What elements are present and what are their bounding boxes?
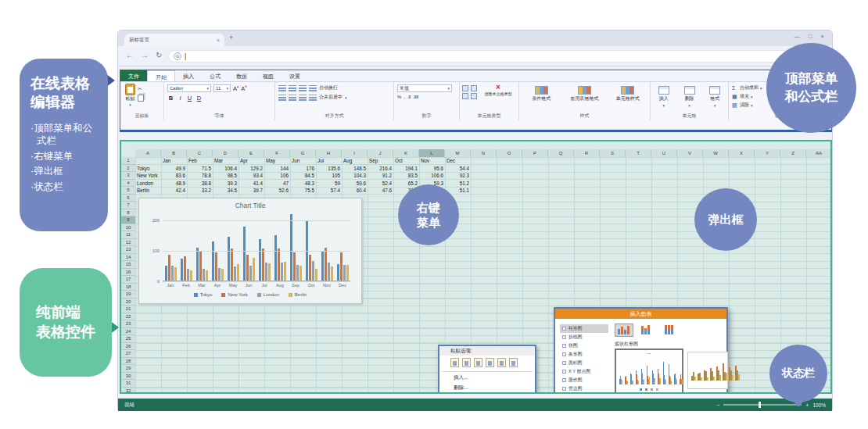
cell[interactable]: 216.4 bbox=[368, 165, 393, 173]
cell[interactable]: Aug bbox=[342, 157, 368, 165]
zoom-slider[interactable] bbox=[723, 404, 802, 406]
context-menu-item[interactable]: 清除内容 bbox=[439, 392, 535, 394]
column-header-O[interactable]: O bbox=[497, 149, 522, 157]
chart-type-item[interactable]: 折线图 bbox=[560, 333, 608, 341]
row-header-26[interactable]: 26 bbox=[121, 343, 135, 351]
cell[interactable]: 47 bbox=[264, 180, 290, 188]
cell[interactable]: Jul bbox=[316, 157, 342, 165]
ribbon-tab-数据[interactable]: 数据 bbox=[228, 70, 255, 81]
cell[interactable]: Dec bbox=[445, 157, 471, 165]
cell[interactable] bbox=[135, 157, 161, 165]
cell[interactable]: 194.1 bbox=[393, 165, 419, 173]
new-tab-button[interactable]: + bbox=[229, 34, 233, 41]
increase-decimal-button[interactable]: .0 bbox=[407, 95, 411, 99]
cut-icon[interactable]: ✂ bbox=[138, 86, 144, 92]
cell[interactable]: London bbox=[135, 180, 161, 188]
cell[interactable]: 91.2 bbox=[368, 172, 393, 180]
cell[interactable]: Berlin bbox=[135, 187, 161, 195]
maximize-icon[interactable]: □ bbox=[809, 33, 812, 40]
column-header-Y[interactable]: Y bbox=[755, 149, 780, 157]
font-size-select[interactable]: 11 ▾ bbox=[213, 84, 231, 92]
indent-icon[interactable] bbox=[309, 95, 317, 101]
column-header-V[interactable]: V bbox=[677, 149, 703, 157]
row-header-3[interactable]: 3 bbox=[121, 172, 135, 180]
cells-button-插入[interactable]: 插入▾ bbox=[652, 84, 676, 108]
cell[interactable]: 42.4 bbox=[161, 187, 187, 195]
align-center-icon[interactable] bbox=[289, 95, 296, 101]
styles-button-套用表格格式[interactable]: 套用表格格式 bbox=[564, 84, 604, 102]
zoom-in-icon[interactable]: + bbox=[805, 402, 809, 408]
forward-icon[interactable]: → bbox=[141, 51, 149, 59]
column-header-E[interactable]: E bbox=[239, 149, 264, 157]
cell[interactable]: 95.6 bbox=[419, 165, 445, 173]
column-header-J[interactable]: J bbox=[368, 149, 393, 157]
cells-button-删除[interactable]: 删除▾ bbox=[678, 84, 701, 108]
cell[interactable]: May bbox=[264, 157, 290, 165]
paste-button[interactable]: 粘贴 ▾ bbox=[122, 84, 135, 107]
close-icon[interactable]: × bbox=[821, 33, 824, 40]
percent-style-button[interactable]: % bbox=[397, 95, 401, 99]
row-header-30[interactable]: 30 bbox=[121, 373, 135, 381]
cell[interactable]: Sep bbox=[368, 157, 393, 165]
align-bottom-icon[interactable] bbox=[299, 85, 307, 91]
font-style-button-U[interactable]: U bbox=[186, 95, 193, 102]
paste-option-icon[interactable] bbox=[462, 358, 471, 367]
cell[interactable]: 47.6 bbox=[368, 187, 393, 195]
cell[interactable]: 176 bbox=[290, 165, 316, 173]
row-header-7[interactable]: 7 bbox=[121, 202, 135, 209]
cell[interactable]: Oct bbox=[393, 157, 419, 165]
cell[interactable]: 104.3 bbox=[342, 172, 368, 180]
zoom-out-icon[interactable]: − bbox=[716, 402, 719, 408]
ribbon-tab-插入[interactable]: 插入 bbox=[175, 70, 202, 81]
row-header-8[interactable]: 8 bbox=[121, 209, 135, 217]
column-header-A[interactable]: A bbox=[135, 149, 161, 157]
column-header-G[interactable]: G bbox=[290, 149, 316, 157]
chart-type-item[interactable]: 饼图 bbox=[560, 341, 608, 350]
column-header-R[interactable]: R bbox=[574, 149, 600, 157]
align-left-icon[interactable] bbox=[278, 95, 286, 101]
row-header-19[interactable]: 19 bbox=[121, 291, 135, 299]
subtype-clustered-column-icon[interactable] bbox=[615, 324, 633, 337]
chart-preview-selected[interactable]: ▪▪▪ bbox=[615, 349, 683, 394]
cell[interactable]: 65.2 bbox=[393, 180, 419, 188]
clear-celltype-button[interactable]: × 清除单元格类型 bbox=[481, 84, 515, 97]
minimize-icon[interactable]: — bbox=[794, 33, 801, 40]
column-header-I[interactable]: I bbox=[342, 149, 368, 157]
row-header-4[interactable]: 4 bbox=[121, 180, 135, 188]
cell[interactable]: 98.5 bbox=[213, 172, 239, 180]
row-header-6[interactable]: 6 bbox=[121, 195, 135, 202]
number-format-select[interactable]: 常规 ▾ bbox=[397, 84, 452, 92]
row-header-14[interactable]: 14 bbox=[121, 254, 135, 262]
chart-type-item[interactable]: 树状图 bbox=[560, 393, 608, 394]
column-header-T[interactable]: T bbox=[626, 149, 651, 157]
paste-option-icon[interactable] bbox=[509, 358, 518, 367]
cell[interactable]: 49.9 bbox=[161, 165, 187, 173]
reload-icon[interactable]: ↻ bbox=[156, 51, 162, 59]
row-header-29[interactable]: 29 bbox=[121, 365, 135, 373]
cell[interactable]: 144 bbox=[264, 165, 290, 173]
back-icon[interactable]: ← bbox=[126, 51, 134, 59]
row-header-18[interactable]: 18 bbox=[121, 284, 135, 291]
shrink-font-button[interactable]: A▾ bbox=[241, 84, 246, 92]
cell[interactable]: New York bbox=[135, 172, 161, 180]
row-header-27[interactable]: 27 bbox=[121, 350, 135, 358]
celltype-combo-icon[interactable] bbox=[471, 93, 477, 99]
column-header-C[interactable]: C bbox=[187, 149, 213, 157]
column-header-P[interactable]: P bbox=[522, 149, 548, 157]
row-header-25[interactable]: 25 bbox=[121, 335, 135, 343]
row-header-15[interactable]: 15 bbox=[121, 261, 135, 269]
cell[interactable]: 129.2 bbox=[239, 165, 264, 173]
font-style-button-B[interactable]: B bbox=[167, 95, 174, 102]
cell[interactable]: 39.3 bbox=[213, 180, 239, 188]
cell[interactable]: Apr bbox=[239, 157, 264, 165]
context-menu-item[interactable]: 插入... bbox=[439, 373, 535, 383]
copy-icon[interactable] bbox=[138, 95, 144, 102]
row-header-21[interactable]: 21 bbox=[121, 306, 135, 313]
column-header-N[interactable]: N bbox=[471, 149, 497, 157]
cell[interactable]: 135.6 bbox=[316, 165, 342, 173]
cell[interactable]: Feb bbox=[187, 157, 213, 165]
cell[interactable]: 34.5 bbox=[213, 187, 239, 195]
column-header-H[interactable]: H bbox=[316, 149, 342, 157]
row-header-1[interactable]: 1 bbox=[121, 157, 135, 165]
celltype-checkbox-icon[interactable] bbox=[471, 85, 477, 91]
